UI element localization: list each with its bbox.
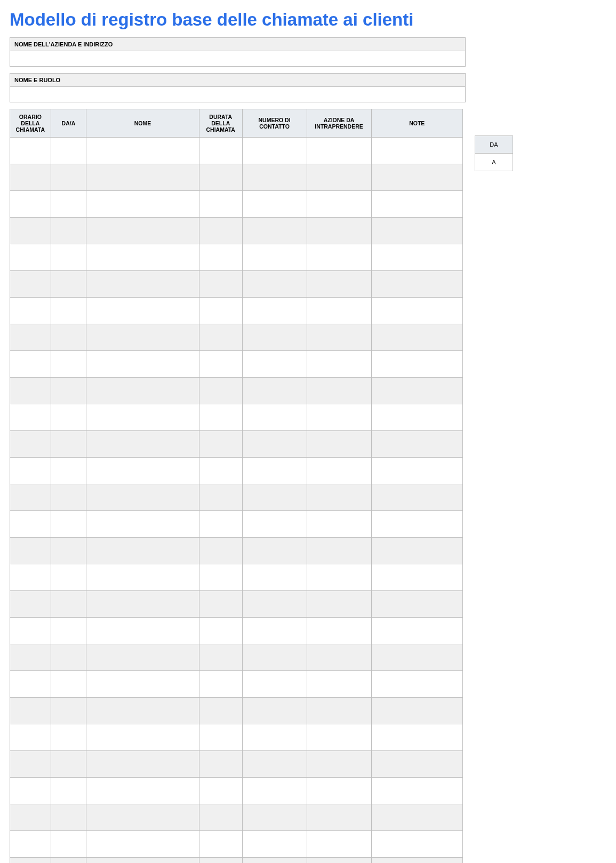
cell-dur[interactable] [199, 244, 242, 271]
cell-action[interactable] [307, 804, 371, 831]
cell-dur[interactable] [199, 324, 242, 351]
cell-dur[interactable] [199, 218, 242, 244]
cell-dur[interactable] [199, 378, 242, 404]
cell-time[interactable] [10, 378, 51, 404]
cell-note[interactable] [371, 218, 462, 244]
cell-time[interactable] [10, 591, 51, 618]
cell-contact[interactable] [242, 591, 307, 618]
cell-time[interactable] [10, 138, 51, 164]
cell-name[interactable] [86, 351, 199, 378]
cell-time[interactable] [10, 564, 51, 591]
cell-daa[interactable] [51, 324, 86, 351]
cell-action[interactable] [307, 271, 371, 298]
cell-name[interactable] [86, 404, 199, 431]
cell-action[interactable] [307, 351, 371, 378]
cell-time[interactable] [10, 724, 51, 751]
cell-action[interactable] [307, 458, 371, 484]
cell-contact[interactable] [242, 191, 307, 218]
cell-time[interactable] [10, 671, 51, 698]
cell-name[interactable] [86, 538, 199, 564]
cell-dur[interactable] [199, 271, 242, 298]
cell-name[interactable] [86, 831, 199, 858]
cell-contact[interactable] [242, 831, 307, 858]
cell-time[interactable] [10, 298, 51, 324]
cell-time[interactable] [10, 271, 51, 298]
cell-daa[interactable] [51, 564, 86, 591]
cell-name[interactable] [86, 164, 199, 191]
cell-daa[interactable] [51, 244, 86, 271]
cell-name[interactable] [86, 431, 199, 458]
cell-name[interactable] [86, 671, 199, 698]
cell-name[interactable] [86, 724, 199, 751]
cell-note[interactable] [371, 271, 462, 298]
cell-contact[interactable] [242, 404, 307, 431]
cell-contact[interactable] [242, 511, 307, 538]
cell-action[interactable] [307, 644, 371, 671]
cell-action[interactable] [307, 218, 371, 244]
cell-name[interactable] [86, 644, 199, 671]
cell-action[interactable] [307, 378, 371, 404]
cell-daa[interactable] [51, 591, 86, 618]
cell-name[interactable] [86, 564, 199, 591]
cell-name[interactable] [86, 484, 199, 511]
cell-daa[interactable] [51, 484, 86, 511]
cell-name[interactable] [86, 698, 199, 724]
cell-contact[interactable] [242, 698, 307, 724]
cell-time[interactable] [10, 458, 51, 484]
cell-note[interactable] [371, 244, 462, 271]
cell-contact[interactable] [242, 804, 307, 831]
cell-time[interactable] [10, 484, 51, 511]
cell-action[interactable] [307, 191, 371, 218]
cell-daa[interactable] [51, 618, 86, 644]
cell-contact[interactable] [242, 671, 307, 698]
cell-action[interactable] [307, 698, 371, 724]
cell-dur[interactable] [199, 484, 242, 511]
cell-note[interactable] [371, 698, 462, 724]
cell-time[interactable] [10, 831, 51, 858]
cell-dur[interactable] [199, 778, 242, 804]
cell-name[interactable] [86, 271, 199, 298]
cell-daa[interactable] [51, 164, 86, 191]
cell-daa[interactable] [51, 751, 86, 778]
cell-contact[interactable] [242, 244, 307, 271]
cell-dur[interactable] [199, 671, 242, 698]
cell-time[interactable] [10, 644, 51, 671]
cell-note[interactable] [371, 804, 462, 831]
cell-note[interactable] [371, 351, 462, 378]
cell-dur[interactable] [199, 831, 242, 858]
cell-time[interactable] [10, 858, 51, 864]
cell-contact[interactable] [242, 351, 307, 378]
cell-note[interactable] [371, 511, 462, 538]
cell-time[interactable] [10, 751, 51, 778]
cell-dur[interactable] [199, 724, 242, 751]
cell-action[interactable] [307, 431, 371, 458]
cell-time[interactable] [10, 244, 51, 271]
cell-daa[interactable] [51, 138, 86, 164]
cell-contact[interactable] [242, 138, 307, 164]
cell-action[interactable] [307, 778, 371, 804]
cell-contact[interactable] [242, 564, 307, 591]
cell-time[interactable] [10, 778, 51, 804]
cell-note[interactable] [371, 484, 462, 511]
cell-action[interactable] [307, 538, 371, 564]
cell-action[interactable] [307, 138, 371, 164]
cell-note[interactable] [371, 538, 462, 564]
cell-action[interactable] [307, 671, 371, 698]
cell-note[interactable] [371, 671, 462, 698]
cell-contact[interactable] [242, 618, 307, 644]
cell-note[interactable] [371, 644, 462, 671]
cell-dur[interactable] [199, 858, 242, 864]
cell-dur[interactable] [199, 538, 242, 564]
cell-note[interactable] [371, 458, 462, 484]
cell-daa[interactable] [51, 698, 86, 724]
cell-note[interactable] [371, 618, 462, 644]
cell-time[interactable] [10, 538, 51, 564]
cell-daa[interactable] [51, 858, 86, 864]
cell-contact[interactable] [242, 644, 307, 671]
cell-note[interactable] [371, 138, 462, 164]
cell-time[interactable] [10, 324, 51, 351]
cell-daa[interactable] [51, 538, 86, 564]
cell-contact[interactable] [242, 164, 307, 191]
cell-time[interactable] [10, 351, 51, 378]
cell-daa[interactable] [51, 431, 86, 458]
